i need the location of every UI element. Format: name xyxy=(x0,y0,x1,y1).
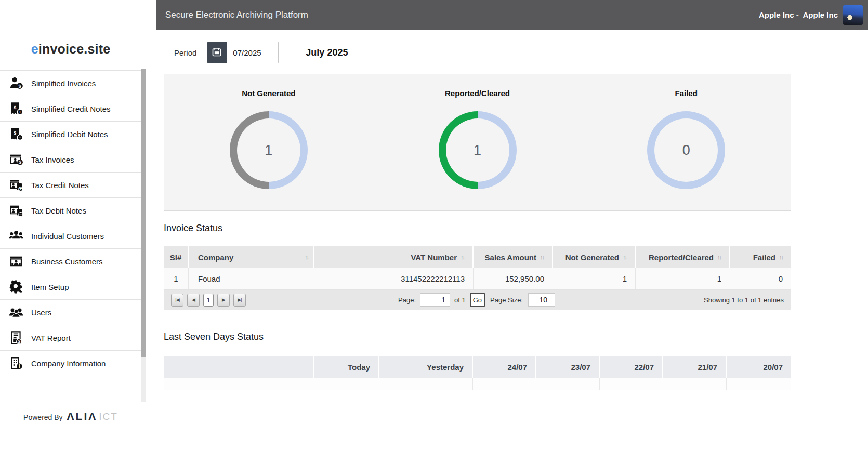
sort-icon[interactable]: ↑↓ xyxy=(540,254,544,260)
not-generated-summary: Not Generated 1 xyxy=(164,74,373,210)
sidebar-item-label: Simplified Credit Notes xyxy=(31,104,111,113)
column-header-failed[interactable]: Failed↑↓ xyxy=(730,246,791,268)
column-header-sales-amount[interactable]: Sales Amount↑↓ xyxy=(474,246,553,268)
cell-reported-cleared: 1 xyxy=(636,268,730,289)
sidebar-item-vat-report[interactable]: $ VAT Report xyxy=(0,325,141,351)
company-name: Apple Inc - Apple Inc xyxy=(759,10,838,19)
previous-page-button[interactable]: ◀ xyxy=(187,294,200,307)
svg-text:$: $ xyxy=(18,339,21,344)
cell-company: Fouad xyxy=(189,268,314,289)
sidebar-menu: $ Simplified Invoices $+ Simplified Cred… xyxy=(0,70,141,376)
sidebar-item-label: Individual Customers xyxy=(31,232,104,241)
sort-icon[interactable]: ↑↓ xyxy=(461,254,464,260)
page-of-label: of 1 xyxy=(454,296,466,304)
next-page-button[interactable]: ▶ xyxy=(217,294,230,307)
scrollbar-thumb[interactable] xyxy=(141,69,146,357)
column-header-date: 23/07 xyxy=(536,356,600,378)
donut-title: Not Generated xyxy=(164,89,373,98)
alia-logo: ΛLIΛ xyxy=(67,410,98,422)
period-label: Period xyxy=(174,48,196,57)
receipt-plus-icon: $+ xyxy=(8,101,24,116)
sidebar-item-business-customers[interactable]: Business Customers xyxy=(0,249,141,274)
sidebar-item-item-setup[interactable]: Item Setup xyxy=(0,274,141,300)
last-page-button[interactable]: ▶| xyxy=(233,294,246,307)
first-page-button[interactable]: |◀ xyxy=(171,294,183,307)
receipt-minus-icon: $− xyxy=(8,126,24,142)
sidebar-item-label: Tax Debit Notes xyxy=(31,206,86,215)
sidebar-item-simplified-credit-notes[interactable]: $+ Simplified Credit Notes xyxy=(0,96,141,122)
column-header-reported-cleared[interactable]: Reported/Cleared↑↓ xyxy=(636,246,730,268)
cell-failed: 0 xyxy=(730,268,791,289)
sidebar-scrollbar[interactable] xyxy=(141,69,146,402)
sidebar: einvoice.site $ Simplified Invoices $+ S… xyxy=(0,0,141,464)
svg-text:$: $ xyxy=(14,130,17,136)
donut-value: 1 xyxy=(265,142,272,158)
column-header-vat-number[interactable]: VAT Number↑↓ xyxy=(314,246,474,268)
donut-title: Failed xyxy=(582,89,791,98)
reported-cleared-summary: Reported/Cleared 1 xyxy=(373,74,582,210)
sidebar-item-tax-credit-notes[interactable]: + Tax Credit Notes xyxy=(0,173,141,198)
sidebar-item-simplified-debit-notes[interactable]: $− Simplified Debit Notes xyxy=(0,122,141,147)
donut-value: 0 xyxy=(682,142,690,158)
people-group-icon xyxy=(8,228,24,244)
sidebar-item-company-information[interactable]: i Company Information xyxy=(0,351,141,376)
powered-by-label: Powered By xyxy=(23,413,62,421)
clipped-table-body xyxy=(164,378,791,390)
sidebar-item-label: Tax Invoices xyxy=(31,155,74,164)
failed-summary: Failed 0 xyxy=(582,74,791,210)
sidebar-item-label: Company Information xyxy=(31,359,106,368)
sidebar-item-users[interactable]: Users xyxy=(0,300,141,325)
sidebar-item-tax-debit-notes[interactable]: − Tax Debit Notes xyxy=(0,198,141,223)
not-generated-donut-chart: 1 xyxy=(230,111,308,189)
register-invoice-icon: $ xyxy=(8,152,24,167)
sidebar-item-label: Simplified Invoices xyxy=(31,79,96,88)
sidebar-item-label: Users xyxy=(31,308,51,317)
column-header-date: 20/07 xyxy=(727,356,791,378)
table-row: 1 Fouad 311452222212113 152,950.00 1 1 0 xyxy=(164,268,791,290)
sidebar-item-tax-invoices[interactable]: $ Tax Invoices xyxy=(0,147,141,173)
calendar-icon xyxy=(212,47,222,59)
table-header-row: Sl# Company↑↓ VAT Number↑↓ Sales Amount↑… xyxy=(164,246,791,268)
invoice-status-table: Sl# Company↑↓ VAT Number↑↓ Sales Amount↑… xyxy=(164,246,791,310)
page-size-label: Page Size: xyxy=(490,296,523,304)
column-header-company[interactable]: Company↑↓ xyxy=(189,246,314,268)
sidebar-item-label: Item Setup xyxy=(31,283,69,291)
powered-by: Powered ByΛLIΛICT xyxy=(0,410,141,422)
sort-icon[interactable]: ↑↓ xyxy=(779,254,783,260)
page-number-input[interactable] xyxy=(420,293,450,307)
svg-text:$: $ xyxy=(18,84,21,89)
last-seven-days-heading: Last Seven Days Status xyxy=(164,332,791,342)
svg-text:+: + xyxy=(19,186,22,191)
pagination-bar: |◀ ◀ 1 ▶ ▶| Page: of 1 Go Page Size: xyxy=(164,290,791,310)
column-header-blank xyxy=(164,356,314,378)
storefront-person-icon xyxy=(8,254,24,269)
period-selector: Period July 2025 xyxy=(174,42,791,63)
showing-entries-text: Showing 1 to 1 of 1 entries xyxy=(704,296,784,304)
sort-icon[interactable]: ↑↓ xyxy=(305,254,308,260)
reported-cleared-donut-chart: 1 xyxy=(439,111,517,189)
calendar-button[interactable] xyxy=(207,42,227,63)
period-input[interactable] xyxy=(227,42,279,63)
column-header-date: 24/07 xyxy=(473,356,536,378)
sidebar-item-simplified-invoices[interactable]: $ Simplified Invoices xyxy=(0,71,141,96)
status-summary-panel: Not Generated 1 Reported/Cleared 1 Faile… xyxy=(164,74,791,211)
user-avatar[interactable] xyxy=(843,5,863,25)
sidebar-item-individual-customers[interactable]: Individual Customers xyxy=(0,223,141,249)
table-header-row: Today Yesterday 24/07 23/07 22/07 21/07 … xyxy=(164,356,791,378)
logo-accent-letter: e xyxy=(31,42,38,56)
page-size-input[interactable] xyxy=(528,293,555,307)
app-logo: einvoice.site xyxy=(0,0,141,57)
svg-text:−: − xyxy=(19,211,22,217)
cell-sales-amount: 152,950.00 xyxy=(474,268,553,289)
donut-title: Reported/Cleared xyxy=(373,89,582,98)
sort-icon[interactable]: ↑↓ xyxy=(623,254,626,260)
page-label: Page: xyxy=(398,296,416,304)
sort-icon[interactable]: ↑↓ xyxy=(717,254,721,260)
go-button[interactable]: Go xyxy=(470,293,485,307)
building-info-icon: i xyxy=(8,355,24,371)
current-page-button[interactable]: 1 xyxy=(203,294,214,307)
column-header-not-generated[interactable]: Not Generated↑↓ xyxy=(553,246,636,268)
sidebar-item-label: Business Customers xyxy=(31,257,103,266)
ict-logo-suffix: ICT xyxy=(99,411,118,422)
logo-text: invoice.site xyxy=(38,42,111,56)
